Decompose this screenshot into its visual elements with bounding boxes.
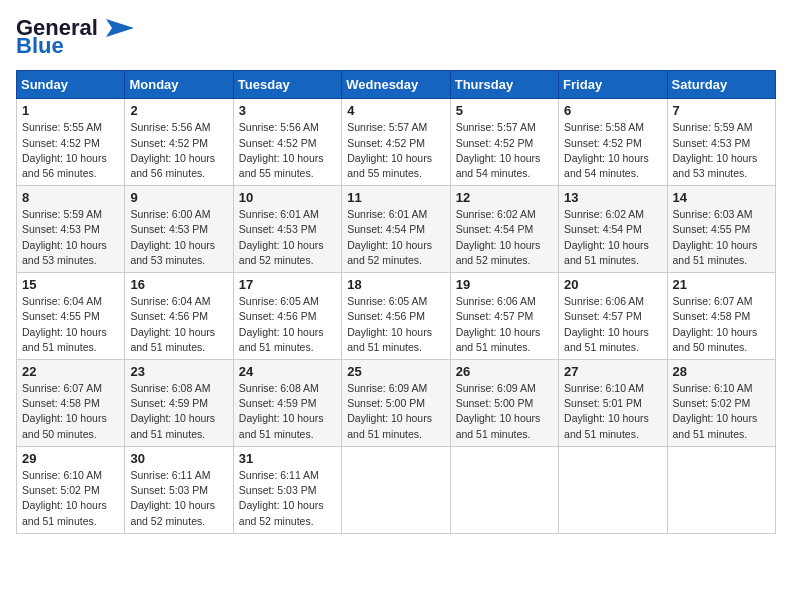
day-cell-10: 10Sunrise: 6:01 AM Sunset: 4:53 PM Dayli… [233, 186, 341, 273]
day-detail: Sunrise: 6:01 AM Sunset: 4:54 PM Dayligh… [347, 207, 444, 268]
day-cell-29: 29Sunrise: 6:10 AM Sunset: 5:02 PM Dayli… [17, 446, 125, 533]
day-number: 21 [673, 277, 770, 292]
svg-marker-0 [106, 19, 134, 37]
day-number: 15 [22, 277, 119, 292]
empty-cell [450, 446, 558, 533]
empty-cell [559, 446, 667, 533]
page-header: General Blue [16, 16, 776, 58]
day-number: 16 [130, 277, 227, 292]
day-detail: Sunrise: 6:08 AM Sunset: 4:59 PM Dayligh… [239, 381, 336, 442]
day-detail: Sunrise: 5:57 AM Sunset: 4:52 PM Dayligh… [347, 120, 444, 181]
day-cell-8: 8Sunrise: 5:59 AM Sunset: 4:53 PM Daylig… [17, 186, 125, 273]
day-number: 1 [22, 103, 119, 118]
day-detail: Sunrise: 5:55 AM Sunset: 4:52 PM Dayligh… [22, 120, 119, 181]
day-detail: Sunrise: 6:11 AM Sunset: 5:03 PM Dayligh… [130, 468, 227, 529]
day-number: 20 [564, 277, 661, 292]
day-number: 19 [456, 277, 553, 292]
day-cell-18: 18Sunrise: 6:05 AM Sunset: 4:56 PM Dayli… [342, 273, 450, 360]
day-cell-20: 20Sunrise: 6:06 AM Sunset: 4:57 PM Dayli… [559, 273, 667, 360]
day-number: 28 [673, 364, 770, 379]
day-cell-30: 30Sunrise: 6:11 AM Sunset: 5:03 PM Dayli… [125, 446, 233, 533]
week-row-3: 15Sunrise: 6:04 AM Sunset: 4:55 PM Dayli… [17, 273, 776, 360]
day-cell-26: 26Sunrise: 6:09 AM Sunset: 5:00 PM Dayli… [450, 360, 558, 447]
day-detail: Sunrise: 6:05 AM Sunset: 4:56 PM Dayligh… [347, 294, 444, 355]
day-number: 4 [347, 103, 444, 118]
day-number: 13 [564, 190, 661, 205]
day-detail: Sunrise: 6:06 AM Sunset: 4:57 PM Dayligh… [456, 294, 553, 355]
day-detail: Sunrise: 6:08 AM Sunset: 4:59 PM Dayligh… [130, 381, 227, 442]
day-number: 17 [239, 277, 336, 292]
day-number: 18 [347, 277, 444, 292]
day-number: 25 [347, 364, 444, 379]
logo-arrow-icon [98, 17, 134, 39]
day-cell-19: 19Sunrise: 6:06 AM Sunset: 4:57 PM Dayli… [450, 273, 558, 360]
day-cell-16: 16Sunrise: 6:04 AM Sunset: 4:56 PM Dayli… [125, 273, 233, 360]
day-cell-5: 5Sunrise: 5:57 AM Sunset: 4:52 PM Daylig… [450, 99, 558, 186]
column-header-tuesday: Tuesday [233, 71, 341, 99]
day-detail: Sunrise: 6:10 AM Sunset: 5:02 PM Dayligh… [22, 468, 119, 529]
day-cell-28: 28Sunrise: 6:10 AM Sunset: 5:02 PM Dayli… [667, 360, 775, 447]
day-detail: Sunrise: 6:03 AM Sunset: 4:55 PM Dayligh… [673, 207, 770, 268]
day-cell-11: 11Sunrise: 6:01 AM Sunset: 4:54 PM Dayli… [342, 186, 450, 273]
week-row-4: 22Sunrise: 6:07 AM Sunset: 4:58 PM Dayli… [17, 360, 776, 447]
day-detail: Sunrise: 5:56 AM Sunset: 4:52 PM Dayligh… [239, 120, 336, 181]
day-detail: Sunrise: 6:09 AM Sunset: 5:00 PM Dayligh… [456, 381, 553, 442]
day-number: 11 [347, 190, 444, 205]
logo: General Blue [16, 16, 134, 58]
day-detail: Sunrise: 5:57 AM Sunset: 4:52 PM Dayligh… [456, 120, 553, 181]
day-number: 2 [130, 103, 227, 118]
calendar-table: SundayMondayTuesdayWednesdayThursdayFrid… [16, 70, 776, 533]
day-number: 26 [456, 364, 553, 379]
day-cell-6: 6Sunrise: 5:58 AM Sunset: 4:52 PM Daylig… [559, 99, 667, 186]
day-number: 7 [673, 103, 770, 118]
day-number: 12 [456, 190, 553, 205]
day-detail: Sunrise: 6:00 AM Sunset: 4:53 PM Dayligh… [130, 207, 227, 268]
day-number: 10 [239, 190, 336, 205]
column-header-monday: Monday [125, 71, 233, 99]
day-cell-14: 14Sunrise: 6:03 AM Sunset: 4:55 PM Dayli… [667, 186, 775, 273]
week-row-5: 29Sunrise: 6:10 AM Sunset: 5:02 PM Dayli… [17, 446, 776, 533]
day-detail: Sunrise: 6:07 AM Sunset: 4:58 PM Dayligh… [673, 294, 770, 355]
day-detail: Sunrise: 6:01 AM Sunset: 4:53 PM Dayligh… [239, 207, 336, 268]
day-cell-1: 1Sunrise: 5:55 AM Sunset: 4:52 PM Daylig… [17, 99, 125, 186]
day-cell-9: 9Sunrise: 6:00 AM Sunset: 4:53 PM Daylig… [125, 186, 233, 273]
day-detail: Sunrise: 5:59 AM Sunset: 4:53 PM Dayligh… [673, 120, 770, 181]
day-detail: Sunrise: 5:58 AM Sunset: 4:52 PM Dayligh… [564, 120, 661, 181]
day-cell-27: 27Sunrise: 6:10 AM Sunset: 5:01 PM Dayli… [559, 360, 667, 447]
day-number: 6 [564, 103, 661, 118]
day-number: 27 [564, 364, 661, 379]
column-header-saturday: Saturday [667, 71, 775, 99]
column-header-thursday: Thursday [450, 71, 558, 99]
day-cell-15: 15Sunrise: 6:04 AM Sunset: 4:55 PM Dayli… [17, 273, 125, 360]
week-row-1: 1Sunrise: 5:55 AM Sunset: 4:52 PM Daylig… [17, 99, 776, 186]
day-detail: Sunrise: 6:04 AM Sunset: 4:56 PM Dayligh… [130, 294, 227, 355]
day-number: 5 [456, 103, 553, 118]
day-cell-31: 31Sunrise: 6:11 AM Sunset: 5:03 PM Dayli… [233, 446, 341, 533]
column-header-friday: Friday [559, 71, 667, 99]
day-cell-12: 12Sunrise: 6:02 AM Sunset: 4:54 PM Dayli… [450, 186, 558, 273]
day-cell-17: 17Sunrise: 6:05 AM Sunset: 4:56 PM Dayli… [233, 273, 341, 360]
day-detail: Sunrise: 6:06 AM Sunset: 4:57 PM Dayligh… [564, 294, 661, 355]
day-cell-13: 13Sunrise: 6:02 AM Sunset: 4:54 PM Dayli… [559, 186, 667, 273]
column-header-wednesday: Wednesday [342, 71, 450, 99]
day-detail: Sunrise: 6:10 AM Sunset: 5:02 PM Dayligh… [673, 381, 770, 442]
day-cell-3: 3Sunrise: 5:56 AM Sunset: 4:52 PM Daylig… [233, 99, 341, 186]
day-number: 22 [22, 364, 119, 379]
day-cell-22: 22Sunrise: 6:07 AM Sunset: 4:58 PM Dayli… [17, 360, 125, 447]
column-header-sunday: Sunday [17, 71, 125, 99]
day-detail: Sunrise: 6:02 AM Sunset: 4:54 PM Dayligh… [564, 207, 661, 268]
empty-cell [667, 446, 775, 533]
day-number: 30 [130, 451, 227, 466]
day-cell-4: 4Sunrise: 5:57 AM Sunset: 4:52 PM Daylig… [342, 99, 450, 186]
day-cell-24: 24Sunrise: 6:08 AM Sunset: 4:59 PM Dayli… [233, 360, 341, 447]
day-number: 24 [239, 364, 336, 379]
day-cell-21: 21Sunrise: 6:07 AM Sunset: 4:58 PM Dayli… [667, 273, 775, 360]
day-number: 31 [239, 451, 336, 466]
day-detail: Sunrise: 6:10 AM Sunset: 5:01 PM Dayligh… [564, 381, 661, 442]
day-number: 3 [239, 103, 336, 118]
day-detail: Sunrise: 6:09 AM Sunset: 5:00 PM Dayligh… [347, 381, 444, 442]
day-detail: Sunrise: 5:56 AM Sunset: 4:52 PM Dayligh… [130, 120, 227, 181]
empty-cell [342, 446, 450, 533]
day-detail: Sunrise: 6:05 AM Sunset: 4:56 PM Dayligh… [239, 294, 336, 355]
day-detail: Sunrise: 5:59 AM Sunset: 4:53 PM Dayligh… [22, 207, 119, 268]
